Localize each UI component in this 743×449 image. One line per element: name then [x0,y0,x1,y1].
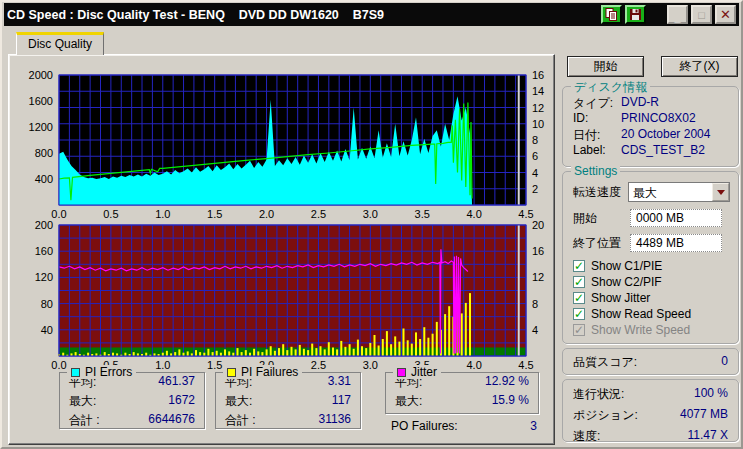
svg-text:40: 40 [41,324,53,336]
end-position-label: 終了位置 [573,235,621,252]
svg-text:12: 12 [532,271,544,283]
pi-errors-statbox: PI Errors 平均:461.37 最大:1672 合計 :6644676 [59,372,205,429]
checkbox-icon [573,276,585,288]
svg-text:8: 8 [532,134,538,146]
quality-score-box: 品質スコア: 0 [562,348,739,375]
svg-text:16: 16 [532,69,544,81]
start-button[interactable]: 開始 [567,56,644,77]
checkbox-show-jitter[interactable]: Show Jitter [573,290,650,305]
svg-text:4.5: 4.5 [518,359,533,371]
svg-text:1.5: 1.5 [207,359,222,371]
svg-text:16: 16 [532,245,544,257]
pi-failures-title: PI Failures [241,365,298,379]
svg-text:12: 12 [532,102,544,114]
titlebar: CD Speed : Disc Quality Test - BENQ DVD … [4,3,739,26]
svg-text:4.0: 4.0 [466,208,481,220]
transfer-speed-select[interactable]: 最大 [628,182,730,202]
jitter-statbox: Jitter 平均:12.92 % 最大:15.9 % [385,372,539,414]
window-title: CD Speed : Disc Quality Test - BENQ DVD … [7,8,598,22]
svg-text:120: 120 [35,271,53,283]
pi-errors-title: PI Errors [85,365,132,379]
svg-text:1.5: 1.5 [207,208,222,220]
svg-text:2000: 2000 [29,69,53,81]
svg-text:0.0: 0.0 [51,208,66,220]
checkbox-show-read-speed[interactable]: Show Read Speed [573,306,691,321]
checkbox-show-write-speed: Show Write Speed [573,322,690,337]
close-icon[interactable]: ✕ [715,5,736,24]
svg-text:2.0: 2.0 [259,208,274,220]
svg-text:4: 4 [532,324,538,336]
copy-icon[interactable] [601,5,622,24]
end-position-row: 終了位置 4489 MB [573,234,730,252]
disc-quality-page: 2000160012008004001614121086420.00.51.01… [8,54,555,445]
svg-text:200: 200 [35,219,53,231]
floppy-icon [629,8,642,21]
pi-failures-statbox: PI Failures 平均:3.31 最大:117 合計 :31136 [215,372,361,429]
exit-button[interactable]: 終了(X) [661,56,738,77]
svg-text:3.5: 3.5 [415,208,430,220]
app-window: CD Speed : Disc Quality Test - BENQ DVD … [0,0,743,449]
disc-date-row: 日付:20 October 2004 [573,127,730,144]
quality-score-label: 品質スコア: [573,354,637,371]
end-position-field[interactable]: 4489 MB [630,234,722,252]
progress-box: 進行状況:100 % ポジション:4077 MB 速度:11.47 X [562,379,739,442]
disc-info-title: ディスク情報 [571,79,650,96]
copy-icon [605,8,618,21]
svg-text:400: 400 [35,173,53,185]
svg-text:3.0: 3.0 [363,359,378,371]
svg-text:2: 2 [532,183,538,195]
quality-charts: 2000160012008004001614121086420.00.51.01… [9,55,554,371]
svg-text:1200: 1200 [29,121,53,133]
checkbox-icon [573,260,585,272]
svg-text:80: 80 [41,298,53,310]
position-row: ポジション:4077 MB [563,405,738,426]
disc-label-row: Label:CDS_TEST_B2 [573,143,730,157]
tab-disc-quality[interactable]: Disc Quality [16,32,104,55]
svg-text:160: 160 [35,245,53,257]
progress-row: 進行状況:100 % [563,380,738,405]
speed-row: 速度:11.47 X [563,426,738,447]
transfer-speed-row: 転送速度 最大 [573,182,730,202]
pi-failures-legend-swatch [227,368,236,377]
quality-score-row: 品質スコア: 0 [563,349,738,373]
svg-text:1.0: 1.0 [155,208,170,220]
minimize-icon[interactable]: _ [667,5,688,24]
svg-text:4.0: 4.0 [466,359,481,371]
pi-errors-legend-swatch [71,368,80,377]
combo-dropdown-button[interactable] [712,183,729,201]
disc-type-row: タイプ:DVD-R [573,95,730,112]
disc-id-row: ID:PRINCO8X02 [573,111,730,125]
jitter-title: Jitter [411,365,437,379]
stat-row: 合計 :6644676 [60,411,204,430]
svg-text:4: 4 [532,167,538,179]
stat-row: 最大:117 [216,392,360,411]
svg-text:20: 20 [532,219,544,231]
save-icon[interactable] [625,5,646,24]
po-failures-value: 3 [530,419,537,433]
po-failures-row: PO Failures: 3 [391,419,537,433]
checkbox-show-c2-pif[interactable]: Show C2/PIF [573,274,662,289]
checkbox-icon [573,308,585,320]
checkbox-icon [573,292,585,304]
maximize-icon[interactable]: □ [691,5,712,24]
svg-text:6: 6 [532,150,538,162]
settings-title: Settings [571,164,620,178]
disc-info-group: ディスク情報 タイプ:DVD-R ID:PRINCO8X02 日付:20 Oct… [562,86,739,167]
start-position-label: 開始 [573,210,597,227]
svg-text:14: 14 [532,85,544,97]
svg-text:1.0: 1.0 [155,359,170,371]
svg-text:3.0: 3.0 [363,208,378,220]
svg-text:8: 8 [532,298,538,310]
svg-text:10: 10 [532,118,544,130]
start-position-field[interactable]: 0000 MB [630,209,722,227]
start-position-row: 開始 0000 MB [573,209,730,227]
checkbox-show-c1-pie[interactable]: Show C1/PIE [573,258,662,273]
tab-label: Disc Quality [28,37,92,51]
chevron-down-icon [717,190,725,195]
jitter-legend-swatch [397,368,406,377]
svg-text:0.5: 0.5 [103,208,118,220]
checkbox-icon [573,324,585,336]
stat-row: 最大:1672 [60,392,204,411]
settings-group: Settings 転送速度 最大 開始 0000 MB 終了位置 4489 MB… [562,171,739,344]
quality-score-value: 0 [721,354,728,371]
